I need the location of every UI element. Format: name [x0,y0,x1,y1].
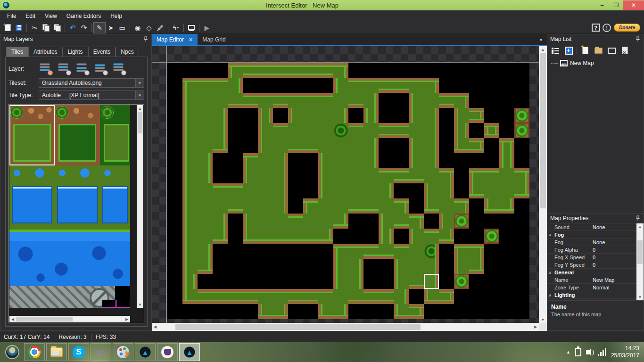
scroll-up-icon[interactable]: ▲ [137,105,143,112]
map-tile-grass[interactable] [213,183,228,198]
map-tile-grass[interactable] [182,244,198,259]
taskbar-intersect-client[interactable]: ▲ [135,343,156,361]
taskbar-purple-app[interactable] [157,343,178,361]
collapse-triangle-icon[interactable]: ◢ [547,233,554,237]
map-tile-grass[interactable] [514,183,529,198]
tab-list-caret-icon[interactable]: ▼ [539,38,543,42]
map-tile-grass[interactable] [213,198,228,214]
map-tile-grass[interactable] [454,93,469,108]
map-tile-grass[interactable] [424,289,439,304]
map-tile-grass[interactable] [182,78,198,93]
map-tile-grass[interactable] [243,168,258,183]
map-tile-grass[interactable] [348,153,363,168]
map-tile-grass[interactable] [198,244,213,259]
map-tile-grass[interactable] [288,123,303,138]
map-tile-grass[interactable] [499,183,514,198]
copy-button[interactable] [40,23,51,33]
help-button[interactable]: ? [592,24,600,32]
property-value[interactable]: Normal [590,285,636,290]
map-tile-grass[interactable] [333,214,348,229]
map-tile-grass[interactable] [198,229,213,244]
map-tile-grass[interactable] [318,229,333,244]
map-tile-grass[interactable] [348,123,363,138]
screenshot-button[interactable] [186,23,197,33]
map-tile-grass[interactable] [333,108,348,123]
map-canvas[interactable]: ▲ ▼ ◀ ▶ [152,46,547,331]
map-tile-grass[interactable] [273,123,288,138]
map-tile-grass[interactable] [379,183,394,198]
scroll-down-icon[interactable]: ▼ [636,294,644,300]
speaker-icon[interactable] [586,350,589,354]
chevron-down-icon[interactable]: ▼ [135,91,144,99]
map-tile-grass[interactable] [243,289,258,304]
map-tile-grass[interactable] [394,274,409,289]
map-tile-grass[interactable] [273,93,288,108]
map-tile-grass[interactable] [409,274,424,289]
map-tile-grass[interactable] [379,78,394,93]
property-value[interactable]: New Map [590,277,636,283]
map-tile-grass[interactable] [182,229,198,244]
map-tile-grass[interactable] [273,229,288,244]
map-tile-grass[interactable] [182,108,198,123]
save-button[interactable] [13,23,25,33]
map-tile-grass[interactable] [348,289,363,304]
minimize-button[interactable]: – [595,0,609,10]
map-tile-grass[interactable] [454,259,469,274]
map-tile-grass[interactable] [348,244,363,259]
map-tile-grass[interactable] [439,289,454,304]
map-tile-grass[interactable] [333,63,348,78]
map-tile-grass[interactable] [258,214,273,229]
map-tile-grass[interactable] [182,123,198,138]
select-tool-button[interactable]: ➤ [105,23,116,33]
property-group-row[interactable]: ◢Fog [547,231,636,239]
pin-icon[interactable] [635,36,641,42]
map-tile-grass[interactable] [213,229,228,244]
map-tile-grass[interactable] [273,289,288,304]
rectangle-tool-button[interactable]: ▭ [116,23,128,33]
map-tile-grass[interactable] [454,138,469,153]
map-tile-grass[interactable] [424,229,439,244]
property-row[interactable]: Fog X Speed0 [547,254,636,261]
map-tile-grass[interactable] [424,93,439,108]
chevron-down-icon[interactable]: ▼ [135,79,144,87]
map-tile-grass[interactable] [484,183,499,198]
scroll-left-icon[interactable]: ◀ [9,316,16,322]
tileset-block-autotile-dark[interactable] [55,105,100,165]
map-tile-grass[interactable] [363,153,379,168]
map-tile-grass[interactable] [258,168,273,183]
map-tile-grass[interactable] [243,214,258,229]
map-tile-grass[interactable] [484,168,499,183]
map-tile-grass[interactable] [469,244,484,259]
map-tile-grass[interactable] [409,229,424,244]
map-tile-grass[interactable] [318,214,333,229]
delete-map-button[interactable] [619,46,630,55]
map-tile-dirt-island[interactable] [484,229,499,244]
pen-tool-button[interactable]: ✎ [94,23,105,33]
map-tile-grass[interactable] [439,229,454,244]
eyedropper-tool-button[interactable]: 🖉 [155,23,166,33]
map-tile-grass[interactable] [198,123,213,138]
map-tile-grass[interactable] [303,108,318,123]
map-tile-bush[interactable] [333,123,348,138]
map-tile-grass[interactable] [243,63,258,78]
map-tile-grass[interactable] [439,198,454,214]
map-tile-grass[interactable] [198,289,213,304]
map-tile-grass[interactable] [333,289,348,304]
collapse-triangle-icon[interactable]: ◢ [547,293,554,297]
map-tile-grass[interactable] [198,93,213,108]
map-tile-grass[interactable] [288,93,303,108]
map-tile-grass[interactable] [514,168,529,183]
new-folder-button[interactable] [593,46,603,55]
map-tile-grass[interactable] [258,153,273,168]
property-row[interactable]: NameNew Map [547,276,636,284]
map-tile-grass[interactable] [182,259,198,274]
taskbar-intersect-editor-active[interactable]: ▲ [179,343,200,361]
map-tile-grass[interactable] [258,198,273,214]
scroll-down-icon[interactable]: ▼ [539,316,547,323]
map-tile-grass[interactable] [318,153,333,168]
layer-2-button[interactable] [57,62,71,75]
map-tile-grass[interactable] [363,108,379,123]
map-tile-grass[interactable] [348,259,363,274]
map-tile-grass[interactable] [348,78,363,93]
tab-tiles[interactable]: Tiles [6,47,28,57]
